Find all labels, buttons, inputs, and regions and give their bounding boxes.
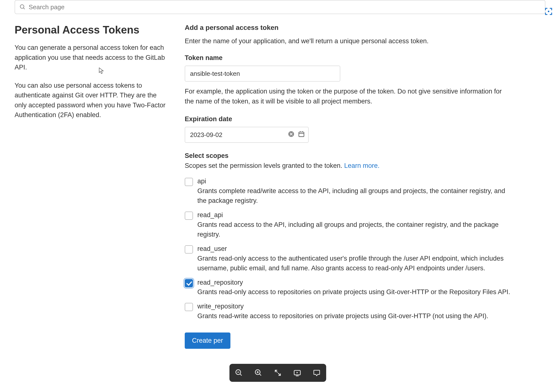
- expiration-label: Expiration date: [185, 115, 515, 123]
- present-icon[interactable]: [292, 367, 303, 378]
- form-heading: Add a personal access token: [185, 24, 515, 32]
- page-title: Personal Access Tokens: [15, 24, 170, 36]
- scope-description: Grants read access to the API, including…: [197, 220, 510, 239]
- create-token-button[interactable]: Create per: [185, 333, 230, 349]
- scope-description: Grants read-only access to repositories …: [197, 287, 510, 297]
- svg-line-11: [259, 374, 261, 375]
- scope-name[interactable]: api: [197, 177, 510, 186]
- scope-item: apiGrants complete read/write access to …: [185, 177, 510, 206]
- scope-checkbox-api[interactable]: [185, 178, 193, 186]
- learn-more-link[interactable]: Learn more.: [344, 162, 380, 169]
- scope-item: write_repositoryGrants read-write access…: [185, 302, 510, 321]
- scope-item: read_apiGrants read access to the API, i…: [185, 211, 510, 239]
- main-form: Add a personal access token Enter the na…: [185, 24, 515, 349]
- scopes-desc: Scopes set the permission levels granted…: [185, 162, 515, 169]
- svg-point-0: [20, 5, 24, 8]
- search-input[interactable]: [29, 3, 540, 11]
- clear-icon[interactable]: [288, 131, 295, 139]
- comment-icon[interactable]: [311, 367, 322, 378]
- scope-name[interactable]: read_repository: [197, 278, 510, 287]
- svg-line-8: [240, 374, 242, 375]
- scope-checkbox-read_api[interactable]: [185, 212, 193, 220]
- scope-item: read_userGrants read-only access to the …: [185, 244, 510, 273]
- scope-item: read_repositoryGrants read-only access t…: [185, 278, 510, 297]
- scan-icon[interactable]: [544, 7, 553, 18]
- calendar-icon[interactable]: [298, 131, 305, 139]
- scope-name[interactable]: read_api: [197, 211, 510, 220]
- svg-marker-15: [297, 372, 298, 373]
- viewer-toolbar: [230, 364, 326, 382]
- token-name-input[interactable]: [185, 66, 340, 82]
- form-subheading: Enter the name of your application, and …: [185, 36, 515, 46]
- zoom-out-button[interactable]: [233, 367, 245, 378]
- sidebar-text-2: You can also use personal access tokens …: [15, 81, 170, 120]
- svg-line-1: [23, 8, 25, 9]
- scope-checkbox-read_user[interactable]: [185, 245, 193, 254]
- scope-description: Grants complete read/write access to the…: [197, 186, 510, 206]
- scopes-label: Select scopes: [185, 152, 515, 160]
- token-name-help: For example, the application using the t…: [185, 87, 510, 106]
- sidebar: Personal Access Tokens You can generate …: [15, 24, 170, 349]
- scope-description: Grants read-write access to repositories…: [197, 311, 510, 321]
- search-icon: [20, 4, 26, 10]
- scope-name[interactable]: write_repository: [197, 302, 510, 311]
- expand-icon[interactable]: [272, 367, 283, 378]
- scope-description: Grants read-only access to the authentic…: [197, 254, 510, 273]
- svg-rect-3: [299, 132, 304, 137]
- scope-name[interactable]: read_user: [197, 244, 510, 254]
- svg-point-16: [548, 11, 549, 12]
- zoom-in-button[interactable]: [253, 367, 264, 378]
- sidebar-text-1: You can generate a personal access token…: [15, 43, 170, 72]
- search-bar[interactable]: [15, 0, 545, 14]
- scope-checkbox-read_repository[interactable]: [185, 279, 193, 287]
- token-name-label: Token name: [185, 54, 515, 62]
- scope-checkbox-write_repository[interactable]: [185, 303, 193, 311]
